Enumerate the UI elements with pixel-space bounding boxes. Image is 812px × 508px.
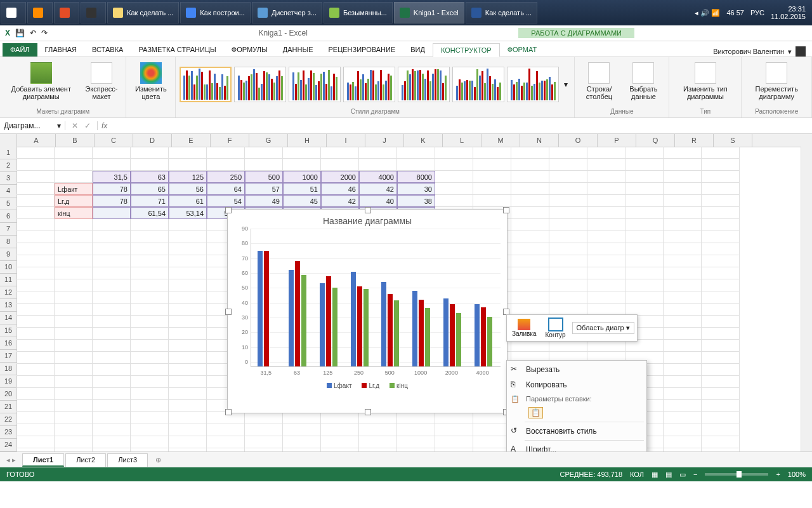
cell[interactable] — [93, 291, 131, 304]
cell[interactable] — [169, 219, 207, 231]
cell[interactable] — [587, 183, 625, 195]
column-header[interactable]: S — [714, 134, 752, 147]
cell[interactable] — [359, 147, 397, 159]
cell[interactable] — [511, 231, 549, 243]
row-header[interactable]: 21 — [0, 401, 16, 413]
view-pagebreak-icon[interactable]: ▭ — [679, 471, 686, 479]
row-header[interactable]: 3 — [0, 172, 16, 185]
cell[interactable] — [549, 267, 587, 279]
cell[interactable] — [131, 388, 169, 400]
cell[interactable] — [702, 147, 740, 159]
cell[interactable] — [16, 364, 55, 376]
name-box[interactable]: Диаграм...▾ — [0, 121, 65, 130]
cell[interactable] — [93, 147, 131, 159]
cell[interactable] — [169, 147, 207, 159]
cell[interactable] — [549, 147, 587, 159]
row-header[interactable]: 6 — [0, 210, 16, 223]
column-header[interactable]: B — [56, 134, 95, 147]
cell[interactable] — [587, 207, 625, 219]
cell[interactable] — [664, 412, 702, 424]
cell[interactable] — [131, 328, 169, 340]
cell[interactable] — [16, 195, 55, 207]
cell[interactable] — [131, 147, 169, 159]
sheet-nav[interactable]: ◂ ▸ — [0, 456, 22, 464]
cell[interactable] — [16, 412, 55, 424]
cell[interactable]: Lфакт — [55, 183, 93, 195]
cell[interactable] — [283, 412, 321, 424]
cell[interactable] — [702, 291, 740, 304]
cell[interactable] — [397, 159, 435, 171]
cell[interactable] — [93, 279, 131, 291]
taskbar-item[interactable] — [27, 2, 53, 23]
cell[interactable] — [625, 195, 664, 207]
cell[interactable] — [625, 291, 664, 304]
sheet-tab[interactable]: Лист2 — [65, 453, 106, 467]
cell[interactable]: 78 — [93, 183, 131, 195]
cell[interactable] — [16, 159, 55, 171]
cell[interactable] — [55, 424, 93, 436]
cell[interactable] — [702, 424, 740, 436]
cell[interactable] — [16, 400, 55, 412]
fx-icon[interactable]: fx — [98, 121, 111, 130]
cell[interactable] — [16, 231, 55, 243]
column-header[interactable]: I — [327, 134, 365, 147]
enter-icon[interactable]: ✓ — [84, 121, 91, 130]
cell[interactable]: 40 — [359, 195, 397, 207]
chart-plot-area[interactable] — [251, 229, 501, 367]
cell[interactable]: 61,54 — [131, 207, 169, 219]
cell[interactable] — [55, 279, 93, 291]
cell[interactable] — [93, 340, 131, 352]
cell[interactable] — [664, 267, 702, 279]
cell[interactable] — [131, 279, 169, 291]
zoom-level[interactable]: 100% — [788, 471, 806, 478]
cell[interactable] — [169, 231, 207, 243]
zoom-out-icon[interactable]: − — [693, 471, 697, 478]
cell[interactable] — [397, 436, 435, 448]
cell[interactable] — [587, 255, 625, 267]
row-header[interactable]: 22 — [0, 413, 16, 426]
row-header[interactable]: 24 — [0, 439, 16, 451]
cell[interactable] — [625, 147, 664, 159]
cell[interactable] — [93, 304, 131, 316]
cell[interactable] — [16, 316, 55, 328]
cell[interactable] — [93, 436, 131, 448]
ribbon-tab[interactable]: ФОРМУЛЫ — [224, 43, 275, 57]
cell[interactable] — [435, 171, 473, 183]
cell[interactable] — [435, 147, 473, 159]
cell[interactable] — [16, 352, 55, 364]
cell[interactable] — [16, 207, 55, 219]
taskbar-item[interactable]: Диспетчер з... — [252, 2, 322, 23]
cell[interactable] — [473, 424, 511, 436]
cell[interactable] — [55, 291, 93, 304]
cell[interactable] — [169, 448, 207, 451]
cell[interactable] — [16, 219, 55, 231]
cell[interactable] — [55, 267, 93, 279]
cell[interactable]: 56 — [169, 183, 207, 195]
column-header[interactable]: G — [249, 134, 288, 147]
cell[interactable] — [549, 183, 587, 195]
cell[interactable] — [435, 159, 473, 171]
cell[interactable] — [664, 340, 702, 352]
row-header[interactable]: 11 — [0, 274, 16, 286]
cell[interactable]: Lг.д — [55, 195, 93, 207]
cell[interactable] — [664, 195, 702, 207]
column-header[interactable]: O — [559, 134, 598, 147]
cell[interactable] — [511, 267, 549, 279]
row-header[interactable]: 10 — [0, 261, 16, 274]
cell[interactable] — [511, 195, 549, 207]
cell[interactable] — [55, 340, 93, 352]
cell[interactable] — [587, 279, 625, 291]
change-chart-type-button[interactable]: Изменить тип диаграммы — [673, 61, 737, 102]
cell[interactable] — [16, 340, 55, 352]
chart-styles-gallery[interactable]: ▾ — [180, 58, 570, 108]
cell[interactable] — [169, 267, 207, 279]
cell[interactable] — [511, 183, 549, 195]
worksheet-grid[interactable]: ABCDEFGHIJKLMNOPQRS 12345678910111213141… — [0, 134, 812, 451]
cell[interactable] — [169, 340, 207, 352]
cell[interactable] — [625, 267, 664, 279]
cell[interactable] — [549, 291, 587, 304]
cell[interactable] — [702, 400, 740, 412]
cell[interactable]: 125 — [169, 171, 207, 183]
row-header[interactable]: 4 — [0, 185, 16, 197]
cell[interactable] — [702, 352, 740, 364]
